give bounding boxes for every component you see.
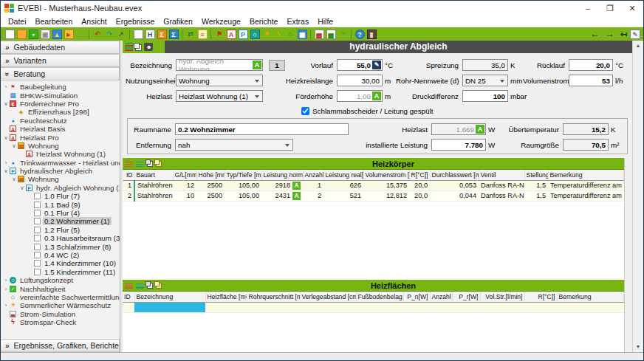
new-file-icon[interactable] xyxy=(5,30,15,39)
tree-item-1-0-flur-7[interactable]: 1.0 Flur (7) xyxy=(1,192,120,200)
maximize-button[interactable]: ❐ xyxy=(599,1,621,16)
table-cell[interactable] xyxy=(356,302,403,312)
doc-h-icon[interactable]: H xyxy=(145,30,155,39)
column-header-bemerkung[interactable]: Bemerkung xyxy=(557,292,624,302)
open-folder-icon[interactable] xyxy=(17,30,27,39)
column-header-leistung-norm-w[interactable]: Leistung norm[W] xyxy=(261,170,303,180)
uebertemperatur-input[interactable]: 15,2 xyxy=(563,123,609,135)
tree-item-effizienzhaus-298[interactable]: ◆Effizienzhaus [298] xyxy=(1,108,120,116)
expand-arrow-icon[interactable]: › xyxy=(2,83,10,90)
tree-item-0-1-flur-4[interactable]: 0.1 Flur (4) xyxy=(1,209,120,217)
table-cell[interactable] xyxy=(430,302,452,312)
raumgroesse-input[interactable]: 70,5 xyxy=(563,139,609,151)
help-icon[interactable]: ? xyxy=(355,30,365,39)
column-header-r-c[interactable]: R[°C]] xyxy=(524,292,557,302)
installierte-leistung-input[interactable]: 7.780 xyxy=(431,139,486,151)
column-header-ventil[interactable]: Ventil xyxy=(479,170,524,180)
curve-icon[interactable]: ↷ xyxy=(338,30,348,39)
column-header-stellung[interactable]: Stellung xyxy=(524,170,548,180)
table-cell[interactable]: 1,5 xyxy=(524,180,548,190)
table-cell[interactable] xyxy=(247,302,300,312)
add-row-icon[interactable] xyxy=(125,282,133,289)
table-cell[interactable]: 1 xyxy=(303,180,323,190)
column-header-bemerkung[interactable]: Bemerkung xyxy=(548,170,624,180)
tree-item-1-5-kinderzimmer-11[interactable]: 1.5 Kinderzimmer (11) xyxy=(1,268,120,276)
import-icon[interactable]: ▲ xyxy=(52,30,62,39)
jump-back-icon[interactable] xyxy=(620,28,627,40)
tree-item-1-1-bad-9[interactable]: 1.1 Bad (9) xyxy=(1,200,120,208)
expand-arrow-icon[interactable]: › xyxy=(2,159,10,166)
column-header-bezeichnung[interactable]: Bezeichnung xyxy=(134,292,205,302)
tree-item-sommerlicher-w-rmeschutz[interactable]: ›☀Sommerlicher Wärmeschutz xyxy=(1,301,120,309)
sum-blue-icon[interactable]: Σ xyxy=(169,30,179,39)
raumname-input[interactable]: 0.2 Wohnzimmer xyxy=(175,123,349,135)
flag-icon[interactable]: ⚑ xyxy=(215,30,225,39)
tree-item-l-ftungskonzept[interactable]: ›○Lüftungskonzept xyxy=(1,276,120,284)
column-header-id[interactable]: ID xyxy=(123,292,134,302)
ruecklauf-input[interactable]: 20,0 xyxy=(569,59,613,71)
tree-item-heizlast-basis[interactable]: AHeizlast Basis xyxy=(1,125,120,133)
row-settings-icon[interactable] xyxy=(125,43,133,51)
tree-item-hydr-abgleich-wohnung-1[interactable]: ∨Phydr. Abgleich Wohnung (1) xyxy=(1,184,120,192)
table-cell[interactable]: 0,044 xyxy=(430,190,479,201)
column-header-h-he-mm[interactable]: Höhe [mm] xyxy=(196,170,225,180)
table-cell[interactable]: 626 xyxy=(323,180,363,190)
bezeichnung-input[interactable]: hydr. Abgleich Wohnung A xyxy=(176,59,263,71)
column-header-volumenstrom-l-h[interactable]: Volumenstrom [l/h] xyxy=(363,170,409,180)
table-cell[interactable]: 12,812 xyxy=(363,190,409,201)
table-cell[interactable]: 0,053 xyxy=(430,180,479,190)
tree-item-hydraulischer-abgleich[interactable]: ∨Phydraulischer Abgleich xyxy=(1,167,120,175)
edit-pen-icon[interactable] xyxy=(372,61,381,69)
collapse-arrow-icon[interactable]: ∨ xyxy=(10,142,18,149)
sun-icon[interactable]: ☀ xyxy=(262,30,272,39)
redo-icon[interactable]: ↷ xyxy=(105,30,114,39)
table-cell[interactable]: 15,375 xyxy=(363,180,409,190)
hydraulik-module-icon[interactable]: P xyxy=(239,30,248,39)
tree-item-bhkw-simulation[interactable]: ▦BHKW-Simulation xyxy=(1,91,120,99)
table-cell[interactable]: 2500 xyxy=(196,180,225,190)
scroll-down-icon[interactable]: ▼ xyxy=(636,342,641,352)
tree-item-stromspar-check[interactable]: ϟStromspar-Check xyxy=(1,318,120,326)
menu-datei[interactable]: Datei xyxy=(4,16,31,27)
tree-item-heizlast-wohnung-1[interactable]: AHeizlast Wohnung (1) xyxy=(1,150,120,158)
table-cell[interactable]: 2 xyxy=(303,190,323,201)
vorlauf-input[interactable]: 55,0 xyxy=(337,59,383,71)
tree-item-nachhaltigkeit[interactable]: ›✓Nachhaltigkeit xyxy=(1,284,120,292)
save-icon[interactable]: ▪ xyxy=(29,30,38,39)
lueftung-module-icon[interactable]: ○ xyxy=(250,30,260,39)
table-cell[interactable]: 2 xyxy=(123,190,134,201)
column-header-rohrquerschnitt-mm[interactable]: Rohrquerschnitt [mm] xyxy=(247,292,300,302)
column-header-durchlasswert-m-h[interactable]: Durchlasswert [m³/h] xyxy=(430,170,479,180)
table-cell[interactable] xyxy=(452,302,480,312)
workflow-icon[interactable]: ⇄ xyxy=(186,30,196,39)
table-cell[interactable] xyxy=(300,302,356,312)
expand-arrow-icon[interactable]: › xyxy=(2,302,10,309)
table-cell[interactable]: Danfoss RA-N... xyxy=(479,190,524,201)
expand-arrow-icon[interactable]: › xyxy=(2,286,10,292)
window-module-icon[interactable]: ▦ xyxy=(298,30,307,39)
copy-rows-icon[interactable] xyxy=(147,161,153,167)
table-cell[interactable] xyxy=(403,302,430,312)
tree-item-trinkwarmwasser-heizlast-und-bedar[interactable]: ›●Trinkwarmwasser - Heizlast und Bedar xyxy=(1,159,120,167)
paste-rows-icon[interactable] xyxy=(156,283,162,289)
table-cell[interactable]: Danfoss RA-N... xyxy=(479,180,524,190)
delete-row-icon[interactable] xyxy=(136,160,144,167)
table-cell[interactable]: Stahlröhren xyxy=(134,190,173,201)
menu-ansicht[interactable]: Ansicht xyxy=(77,16,111,27)
close-button[interactable]: ✕ xyxy=(621,1,643,16)
tree-item-feuchteschutz[interactable]: ●Feuchteschutz xyxy=(1,117,120,125)
column-header-verlegeabstand-cm[interactable]: Verlegeabstand [cm] xyxy=(300,292,356,302)
table-cell[interactable]: 20,0 xyxy=(409,190,430,201)
column-header-typ-tiefe-mm[interactable]: Typ/Tiefe [mm] xyxy=(225,170,261,180)
undo-icon[interactable]: ↶ xyxy=(93,30,103,39)
column-header-vol-str-l-min[interactable]: Vol.Str.[l/min] xyxy=(480,292,524,302)
selected-cell[interactable] xyxy=(134,302,205,312)
menu-bearbeiten[interactable]: Bearbeiten xyxy=(31,16,78,27)
menu-hilfe[interactable]: Hilfe xyxy=(313,16,338,27)
collapse-arrow-icon[interactable]: ∨ xyxy=(2,100,10,107)
table-cell[interactable]: Temperaturdifferenz am .. xyxy=(548,180,624,190)
table-cell[interactable]: 20,0 xyxy=(409,180,430,190)
copy-page-icon[interactable] xyxy=(135,44,142,51)
table-scrollbar[interactable] xyxy=(624,158,632,352)
column-header-heizfl-che-m[interactable]: Heizfläche [m²] xyxy=(205,292,247,302)
